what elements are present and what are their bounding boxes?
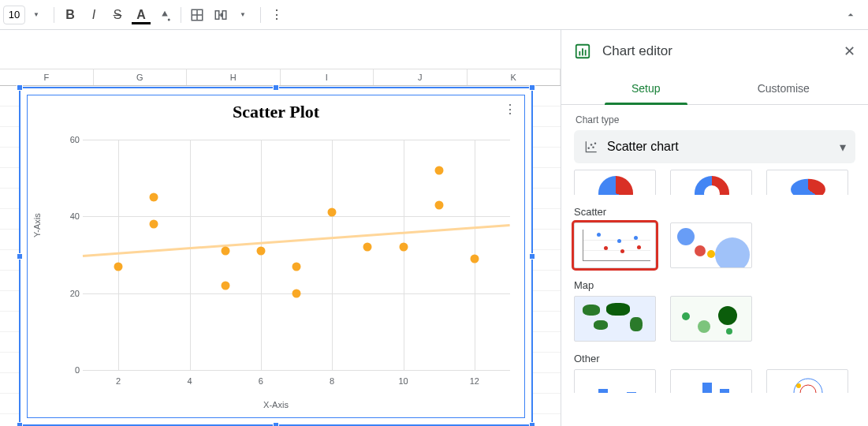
data-point[interactable] bbox=[434, 166, 443, 174]
svg-rect-2 bbox=[582, 48, 583, 55]
col-header[interactable]: G bbox=[94, 69, 188, 85]
resize-handle-nw[interactable] bbox=[17, 84, 23, 91]
svg-rect-1 bbox=[579, 51, 580, 56]
chart-type-thumb-donut[interactable] bbox=[670, 170, 752, 195]
col-header[interactable]: F bbox=[0, 69, 94, 85]
font-size-input[interactable] bbox=[3, 6, 25, 24]
svg-point-6 bbox=[592, 147, 594, 149]
separator bbox=[260, 7, 261, 23]
chart-type-thumb-pie[interactable] bbox=[574, 170, 656, 195]
tab-customise[interactable]: Customise bbox=[715, 73, 853, 104]
x-tick: 4 bbox=[187, 376, 192, 386]
data-point[interactable] bbox=[150, 220, 158, 229]
data-point[interactable] bbox=[114, 262, 123, 271]
svg-point-5 bbox=[590, 144, 593, 146]
resize-handle-n[interactable] bbox=[273, 84, 279, 91]
chart-type-label: Chart type bbox=[576, 114, 854, 125]
col-header[interactable]: I bbox=[281, 69, 374, 85]
x-tick: 10 bbox=[398, 376, 408, 386]
resize-handle-s[interactable] bbox=[273, 422, 279, 426]
merge-dropdown[interactable]: ▼ bbox=[233, 4, 255, 26]
x-tick: 6 bbox=[259, 376, 263, 386]
x-tick: 12 bbox=[470, 376, 479, 386]
data-point[interactable] bbox=[292, 262, 301, 271]
data-point[interactable] bbox=[221, 281, 229, 290]
trendline bbox=[83, 224, 510, 257]
svg-point-4 bbox=[587, 147, 590, 149]
svg-point-10 bbox=[796, 383, 801, 388]
chart-editor-panel: Chart editor ✕ Setup Customise Chart typ… bbox=[561, 30, 868, 426]
toolbar: ▼ B I S A ▼ ⋮ bbox=[0, 0, 868, 30]
chart-type-thumb-geo-bubble[interactable] bbox=[670, 296, 752, 342]
strikethrough-button[interactable]: S bbox=[106, 4, 129, 26]
y-tick: 40 bbox=[61, 211, 80, 221]
x-axis-label: X-Axis bbox=[28, 400, 524, 409]
chart-type-value: Scatter chart bbox=[607, 140, 679, 154]
font-size-dec[interactable]: ▼ bbox=[27, 4, 49, 26]
data-point[interactable] bbox=[470, 254, 479, 263]
section-other-label: Other bbox=[574, 353, 855, 364]
spreadsheet-canvas[interactable]: F G H I J K ⋮ Scatter Plot bbox=[0, 30, 561, 426]
chart-type-thumb-bubble[interactable] bbox=[670, 222, 752, 268]
y-tick: 0 bbox=[61, 365, 80, 375]
data-point[interactable] bbox=[150, 193, 158, 202]
more-button[interactable]: ⋮ bbox=[266, 4, 288, 26]
x-tick: 8 bbox=[330, 376, 334, 386]
chart-type-thumb-geo[interactable] bbox=[574, 296, 656, 342]
separator bbox=[181, 7, 181, 23]
data-point[interactable] bbox=[399, 243, 408, 252]
separator bbox=[54, 7, 54, 23]
svg-point-7 bbox=[594, 143, 597, 145]
panel-title: Chart editor bbox=[602, 43, 833, 59]
scatter-icon bbox=[583, 139, 599, 155]
y-tick: 60 bbox=[61, 135, 80, 144]
expand-up-button[interactable] bbox=[840, 4, 862, 26]
close-panel-button[interactable]: ✕ bbox=[844, 43, 855, 60]
col-header[interactable]: J bbox=[374, 69, 468, 85]
chart-type-thumb-3dpie[interactable] bbox=[766, 170, 848, 195]
data-point[interactable] bbox=[256, 247, 265, 256]
resize-handle-w[interactable] bbox=[17, 253, 23, 260]
data-point[interactable] bbox=[292, 289, 301, 297]
chart-type-thumb-other2[interactable] bbox=[670, 369, 752, 393]
section-map-label: Map bbox=[574, 279, 855, 291]
merge-cells-button[interactable] bbox=[210, 4, 232, 26]
borders-button[interactable] bbox=[186, 4, 208, 26]
chart-type-select[interactable]: Scatter chart ▾ bbox=[574, 130, 855, 163]
tab-setup[interactable]: Setup bbox=[577, 73, 715, 104]
chart-type-thumb-other1[interactable] bbox=[574, 369, 656, 393]
chart-type-thumb-other3[interactable] bbox=[766, 369, 848, 393]
col-header[interactable]: H bbox=[187, 69, 281, 85]
text-color-button[interactable]: A bbox=[130, 4, 152, 26]
chart-type-thumb-scatter[interactable] bbox=[574, 222, 656, 268]
column-headers: F G H I J K bbox=[0, 69, 561, 86]
y-axis-label: Y-Axis bbox=[32, 213, 42, 237]
plot-area: 020406024681012 bbox=[83, 140, 510, 370]
svg-point-9 bbox=[800, 385, 816, 393]
italic-button[interactable]: I bbox=[83, 4, 105, 26]
fill-color-button[interactable] bbox=[154, 4, 176, 26]
x-tick: 2 bbox=[116, 376, 121, 386]
bold-button[interactable]: B bbox=[59, 4, 81, 26]
resize-handle-e[interactable] bbox=[529, 253, 535, 260]
svg-rect-3 bbox=[585, 50, 587, 55]
resize-handle-sw[interactable] bbox=[17, 422, 23, 426]
chart-icon bbox=[574, 43, 591, 60]
data-point[interactable] bbox=[434, 200, 443, 209]
chart-menu-button[interactable]: ⋮ bbox=[504, 102, 516, 117]
chart-title[interactable]: Scatter Plot bbox=[28, 95, 524, 122]
data-point[interactable] bbox=[363, 243, 372, 252]
data-point[interactable] bbox=[221, 247, 229, 256]
data-point[interactable] bbox=[328, 208, 337, 217]
chart-inner: ⋮ Scatter Plot Y-Axis X-Axis 02040602468… bbox=[27, 95, 525, 418]
resize-handle-ne[interactable] bbox=[529, 84, 535, 91]
section-scatter-label: Scatter bbox=[574, 206, 855, 218]
chevron-down-icon: ▾ bbox=[840, 140, 846, 155]
y-tick: 20 bbox=[61, 289, 80, 298]
col-header[interactable]: K bbox=[468, 69, 561, 85]
resize-handle-se[interactable] bbox=[529, 422, 535, 426]
embedded-chart[interactable]: ⋮ Scatter Plot Y-Axis X-Axis 02040602468… bbox=[19, 87, 533, 426]
